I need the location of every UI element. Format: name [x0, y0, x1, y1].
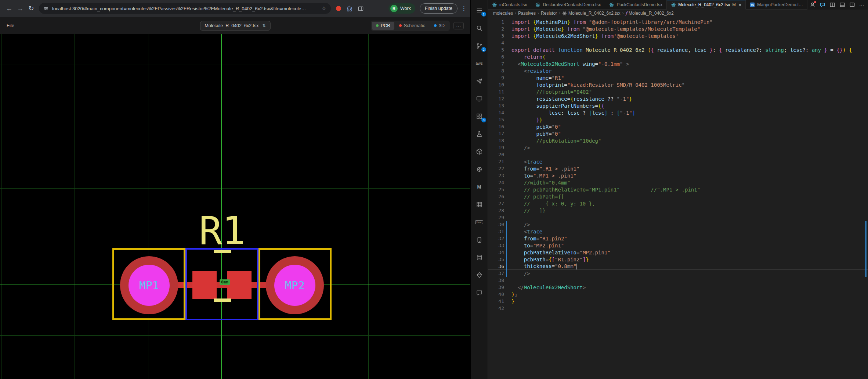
view-tab-pcb[interactable]: PCB [372, 22, 394, 30]
profile-chip[interactable]: R Work [388, 3, 415, 14]
code-line[interactable]: 4 [488, 39, 868, 46]
url-bar[interactable]: localhost:3020/#main_component=molecules… [39, 3, 331, 14]
pcb-canvas[interactable]: R1 MP1 MP2 0mm [0, 34, 470, 379]
close-tab-icon[interactable]: × [739, 2, 742, 8]
code-line[interactable]: 10 footprint="kicad:Resistor_SMD/R_0402_… [488, 81, 868, 88]
code-line[interactable]: 5export default function Molecule_R_0402… [488, 46, 868, 53]
forward-button[interactable]: → [15, 5, 26, 12]
code-line[interactable]: 21 <trace [488, 158, 868, 165]
activity-mobile-preview[interactable] [471, 231, 488, 249]
sidepanel-icon[interactable] [358, 6, 364, 12]
activity-remote-explorer[interactable] [471, 90, 488, 107]
code-line[interactable]: 23 to=".MP1 > .pin1" [488, 172, 868, 179]
code-editor[interactable]: 1import {MachinePin} from "@adom-footpri… [488, 17, 868, 379]
code-line[interactable]: 1import {MachinePin} from "@adom-footpri… [488, 18, 868, 25]
code-line[interactable]: 25 // pcbPathRelativeTo="MP1.pin1" //".M… [488, 186, 868, 193]
tab-molecule-r-0402-6x2-tsx[interactable]: Molecule_R_0402_6x2.tsxM× [667, 0, 746, 10]
activity-send[interactable] [471, 72, 488, 90]
3d-dot-icon [434, 24, 437, 27]
code-line[interactable]: 11 //footprint="0402" [488, 88, 868, 95]
code-line[interactable]: 41} [488, 298, 868, 305]
code-line[interactable]: 33 to="MP2.pin1" [488, 242, 868, 249]
tab-incontacts-tsx[interactable]: inContacts.tsx [488, 0, 531, 10]
finish-update-button[interactable]: Finish update [420, 3, 457, 14]
code-line[interactable]: 7 <Molecule6x2MedShort wing="-0.1mm" > [488, 60, 868, 67]
code-line[interactable]: 2import {Molecule} from "@molecule-templ… [488, 25, 868, 32]
breadcrumb-molecule-r-0402-6x2-tsx[interactable]: Molecule_R_0402_6x2.tsx [562, 11, 620, 16]
breadcrumb-molecule-r-0402-6x2[interactable]: ƒMolecule_R_0402_6x2 [626, 11, 674, 16]
breadcrumb-passives[interactable]: Passives [518, 11, 536, 16]
activity-search[interactable] [471, 19, 488, 37]
code-text: import {Molecule} from "@molecule-templa… [507, 26, 700, 32]
code-line[interactable]: 3import {Molecule6x2MedShort} from'@mole… [488, 32, 868, 39]
file-selector-dropdown[interactable]: Molecule_R_0402_6x2.tsx ⇅ [200, 21, 271, 31]
puzzle-extension-icon[interactable] [346, 6, 352, 12]
tab-packcontactsdemo-tsx[interactable]: PackContactsDemo.tsx [605, 0, 667, 10]
split-editor-button[interactable] [829, 2, 835, 8]
activity-data-table[interactable] [471, 196, 488, 213]
code-line[interactable]: 42 [488, 305, 868, 312]
resistor-pad-2[interactable] [227, 271, 252, 299]
record-icon[interactable] [336, 6, 341, 11]
tune-icon[interactable] [43, 6, 49, 11]
activity-kubernetes[interactable] [471, 160, 488, 178]
customize-layout-button[interactable] [849, 2, 855, 8]
code-line[interactable]: 13 supplierPartNumbers={{ [488, 102, 868, 109]
activity-menu[interactable]: 1 [471, 1, 488, 19]
file-menu[interactable]: File [7, 23, 14, 28]
toggle-panel-button[interactable] [839, 2, 845, 8]
tab-declarativecontactsdemo-tsx[interactable]: DeclarativeContactsDemo.tsx [531, 0, 605, 10]
code-line[interactable]: 34 pcbPathRelativeTo="MP2.pin1" [488, 249, 868, 256]
more-actions-button[interactable]: ⋯ [859, 2, 864, 8]
breadcrumb-molecules[interactable]: molecules [493, 11, 513, 16]
activity-kite[interactable] [471, 266, 488, 284]
activity-database[interactable] [471, 249, 488, 266]
code-line[interactable]: 31 <trace [488, 228, 868, 235]
activity-testing[interactable] [471, 125, 488, 143]
code-line[interactable]: 24 //width="0.4mm" [488, 179, 868, 186]
code-line[interactable]: 8 <resistor [488, 67, 868, 74]
bookmark-star-icon[interactable]: ☆ [322, 5, 326, 12]
activity-aws[interactable]: aws [471, 54, 488, 72]
code-line[interactable]: 40); [488, 291, 868, 298]
refresh-button[interactable]: ↻ [26, 4, 37, 12]
code-line[interactable]: 26 // pcbPath={[ [488, 193, 868, 200]
code-line[interactable]: 39 </Molecule6x2MedShort> [488, 284, 868, 291]
code-line[interactable]: 6 return( [488, 53, 868, 60]
account-button[interactable] [810, 2, 815, 8]
header-more-button[interactable]: ⋯ [453, 22, 464, 29]
code-line[interactable]: 17 pcbY="0" [488, 130, 868, 137]
code-line[interactable]: 38 [488, 277, 868, 284]
view-tab-3d[interactable]: 3D [430, 22, 449, 30]
code-line[interactable]: 32 from="R1.pin2" [488, 235, 868, 242]
browser-menu-button[interactable]: ⋮ [461, 5, 467, 12]
code-line[interactable]: 37 /> [488, 270, 868, 277]
view-tab-schematic[interactable]: Schematic [395, 22, 429, 30]
code-line[interactable]: 22 from=".R1 > .pin1" [488, 165, 868, 172]
code-line[interactable]: 20 [488, 151, 868, 158]
code-line[interactable]: 36 thickness="0.8mm" [488, 263, 868, 270]
activity-json[interactable]: Json [471, 213, 488, 231]
copilot-chat-button[interactable] [820, 2, 825, 8]
back-button[interactable]: ← [4, 5, 15, 12]
code-line[interactable]: 12 resistance={resistance ?? "-1"} [488, 95, 868, 102]
code-line[interactable]: 35 pcbPath={["R1.pin2"]} [488, 256, 868, 263]
code-line[interactable]: 29 [488, 214, 868, 221]
code-line[interactable]: 9 name="R1" [488, 74, 868, 81]
code-line[interactable]: 28 // ]} [488, 207, 868, 214]
activity-docker[interactable] [471, 143, 488, 160]
tab-marginpackerdemo-t[interactable]: MarginPackerDemo.t… [746, 0, 807, 10]
breadcrumb-resistor[interactable]: Resistor [541, 11, 557, 16]
code-line[interactable]: 15 }} [488, 116, 868, 123]
code-line[interactable]: 19 /> [488, 144, 868, 151]
code-line[interactable]: 16 pcbX="0" [488, 123, 868, 130]
activity-extensions[interactable]: 8 [471, 107, 488, 125]
code-line[interactable]: 27 // { x: 0, y: 10 }, [488, 200, 868, 207]
code-line[interactable]: 30 /> [488, 221, 868, 228]
resistor-pad-1[interactable] [192, 271, 217, 299]
activity-source-control[interactable]: 2 [471, 37, 488, 54]
activity-m-extension[interactable]: M [471, 178, 488, 196]
activity-comments[interactable] [471, 284, 488, 301]
code-line[interactable]: 18 //pcbRotation="10deg" [488, 137, 868, 144]
code-line[interactable]: 14 lcsc: lcsc ? [lcsc] : ["-1"] [488, 109, 868, 116]
